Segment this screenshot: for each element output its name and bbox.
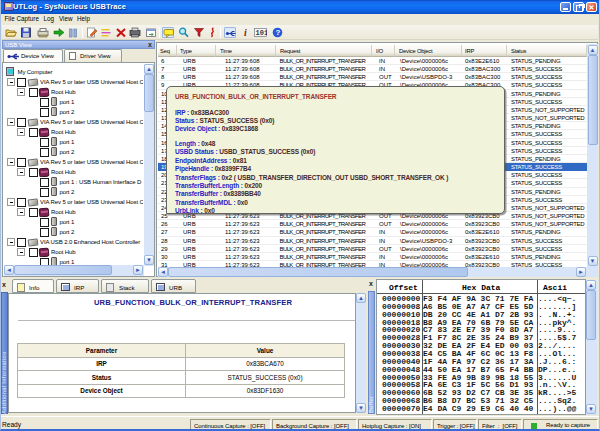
svg-text:101: 101 [256, 29, 268, 37]
svg-text:?: ? [276, 28, 281, 37]
svg-text:i: i [244, 27, 247, 38]
